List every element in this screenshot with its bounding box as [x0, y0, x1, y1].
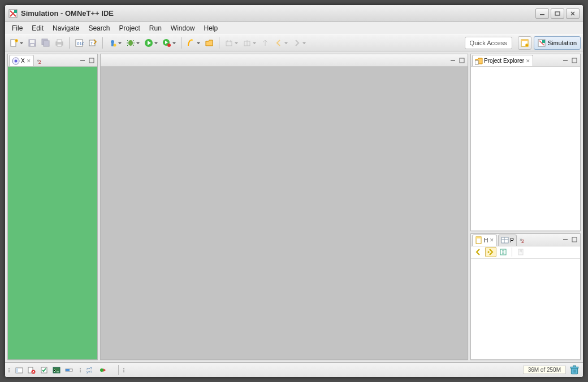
svg-rect-11 [44, 41, 49, 46]
svg-rect-41 [460, 58, 464, 63]
minimize-view-icon[interactable] [561, 236, 569, 244]
close-icon[interactable]: ✕ [490, 237, 494, 243]
tab-overflow-button[interactable]: »2 [518, 237, 527, 242]
menu-navigate[interactable]: Navigate [48, 23, 84, 33]
menu-file[interactable]: File [7, 23, 27, 33]
build-button[interactable] [106, 37, 123, 49]
help-back-button[interactable] [473, 247, 484, 257]
minimize-view-icon[interactable] [79, 57, 87, 64]
svg-rect-62 [66, 369, 70, 371]
minimize-editor-icon[interactable] [449, 57, 457, 64]
nav-a-button[interactable] [223, 37, 240, 49]
window-title: Simulation - OMNeT++ IDE [21, 9, 114, 18]
main-toolbar: 010 T [5, 34, 583, 51]
perspective-simulation[interactable]: Simulation [534, 36, 581, 50]
search-button[interactable] [185, 37, 202, 49]
svg-point-21 [114, 44, 116, 47]
run-last-button[interactable] [161, 37, 178, 49]
maximize-view-icon[interactable] [570, 57, 578, 64]
help-related-button[interactable] [485, 247, 496, 257]
help-all-button[interactable] [498, 247, 509, 257]
menu-window[interactable]: Window [166, 23, 200, 33]
left-view-panel: X ✕ »2 [7, 54, 98, 360]
svg-point-37 [15, 59, 18, 62]
svg-rect-47 [501, 237, 508, 243]
close-icon[interactable]: ✕ [27, 58, 31, 64]
help-bookmark-button[interactable] [515, 247, 526, 257]
sb-vars-button[interactable]: x=?y=? [85, 365, 96, 375]
editor-content[interactable] [101, 67, 468, 359]
editor-tabbar [101, 54, 468, 67]
menubar: File Edit Navigate Search Project Run Wi… [5, 22, 583, 34]
run-button[interactable] [142, 37, 159, 49]
help-tab-p[interactable]: P [498, 235, 517, 246]
module-icon [12, 57, 20, 65]
svg-rect-14 [57, 44, 62, 46]
left-tabbar: X ✕ »2 [8, 54, 97, 67]
open-type-button[interactable]: T [87, 37, 99, 49]
statusbar-handle[interactable] [8, 368, 12, 372]
left-tab-x[interactable]: X ✕ [9, 55, 34, 66]
svg-rect-1 [14, 10, 17, 13]
nav-c-button[interactable] [259, 37, 271, 49]
menu-search[interactable]: Search [84, 23, 114, 33]
maximize-editor-icon[interactable] [458, 57, 466, 64]
project-explorer-tree[interactable] [471, 67, 580, 231]
sb-progress-button[interactable] [64, 365, 74, 375]
statusbar-handle[interactable] [80, 368, 83, 372]
save-button[interactable] [26, 37, 38, 49]
forward-button[interactable] [291, 37, 308, 49]
svg-rect-51 [572, 237, 577, 242]
menu-project[interactable]: Project [114, 23, 144, 33]
statusbar: x=?y=? 36M of 250M [5, 362, 583, 377]
sb-problems-button[interactable] [27, 365, 37, 375]
minimize-button[interactable] [535, 8, 549, 19]
app-icon [8, 9, 18, 18]
close-icon[interactable]: ✕ [526, 58, 530, 64]
project-explorer-panel: Project Explorer ✕ [470, 54, 581, 231]
quick-access-label: Quick Access [470, 40, 507, 46]
svg-rect-20 [111, 43, 114, 46]
svg-text:T: T [90, 41, 93, 45]
quick-access-field[interactable]: Quick Access [465, 37, 512, 49]
titlebar: Simulation - OMNeT++ IDE [5, 5, 583, 22]
left-view-content [8, 67, 97, 359]
sb-view1-button[interactable] [14, 365, 24, 375]
ide-window: Simulation - OMNeT++ IDE File Edit Navig… [5, 5, 583, 377]
new-button[interactable] [8, 37, 25, 49]
save-all-button[interactable] [40, 37, 52, 49]
menu-help[interactable]: Help [200, 23, 223, 33]
help-tab-p-label: P [510, 237, 514, 244]
sb-tasks-button[interactable] [39, 365, 49, 375]
help-content[interactable] [471, 259, 580, 360]
open-task-button[interactable] [203, 37, 215, 49]
help-panel: H ✕ P »2 [470, 233, 581, 361]
gc-trash-button[interactable] [569, 365, 580, 375]
heap-status[interactable]: 36M of 250M [523, 366, 566, 374]
maximize-button[interactable] [551, 8, 564, 19]
svg-rect-3 [555, 12, 560, 15]
svg-rect-39 [89, 58, 94, 63]
svg-rect-46 [476, 237, 481, 238]
print-button[interactable] [53, 37, 66, 49]
debug-button[interactable] [124, 37, 141, 49]
sb-breakpoints-button[interactable] [98, 365, 108, 375]
help-tab-h[interactable]: H ✕ [472, 235, 497, 246]
close-button[interactable] [566, 8, 580, 19]
binary-button[interactable]: 010 [73, 37, 85, 49]
svg-text:010: 010 [77, 41, 84, 46]
tab-overflow-button[interactable]: »2 [35, 58, 44, 63]
menu-edit[interactable]: Edit [27, 23, 48, 33]
maximize-view-icon[interactable] [88, 57, 96, 64]
project-explorer-tab[interactable]: Project Explorer ✕ [472, 55, 533, 66]
svg-point-52 [488, 251, 490, 253]
nav-b-button[interactable] [241, 37, 258, 49]
menu-run[interactable]: Run [145, 23, 166, 33]
sb-console-button[interactable] [51, 365, 62, 375]
open-perspective-button[interactable] [518, 36, 531, 50]
back-button[interactable] [273, 37, 289, 49]
svg-rect-8 [30, 40, 34, 43]
maximize-view-icon[interactable] [570, 236, 578, 244]
statusbar-handle[interactable] [123, 368, 127, 372]
minimize-view-icon[interactable] [561, 57, 569, 64]
